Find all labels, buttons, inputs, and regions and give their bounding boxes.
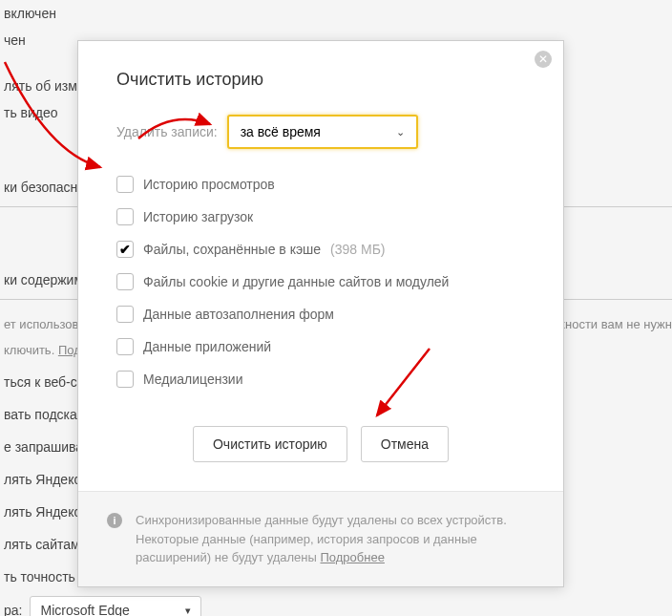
checkbox-option[interactable]: Историю просмотров <box>116 176 525 193</box>
confirm-button[interactable]: Очистить историю <box>193 426 347 462</box>
checkbox[interactable] <box>116 176 134 193</box>
learn-more-link[interactable]: Подробнее <box>321 550 385 564</box>
bg-text: включен <box>0 0 672 27</box>
checkbox-option[interactable]: Файлы cookie и другие данные сайтов и мо… <box>116 273 525 290</box>
checkbox[interactable] <box>116 371 134 388</box>
dialog-title: Очистить историю <box>116 70 525 90</box>
close-icon: ✕ <box>538 53 548 65</box>
checkbox-label: Файлы, сохранённые в кэше <box>143 242 321 257</box>
checkbox-label: Историю загрузок <box>143 209 253 224</box>
browser-select[interactable]: Microsoft Edge ▾ <box>30 596 201 616</box>
cancel-button[interactable]: Отмена <box>361 426 449 462</box>
checkbox-label: Данные автозаполнения форм <box>143 307 334 322</box>
checkbox-option[interactable]: Данные приложений <box>116 338 525 355</box>
checkbox-option[interactable]: Историю загрузок <box>116 208 525 225</box>
time-range-select[interactable]: за всё время ⌄ <box>227 115 418 149</box>
checkbox[interactable] <box>116 273 134 290</box>
info-icon: i <box>107 513 122 528</box>
checkbox-option[interactable]: Файлы, сохранённые в кэше (398 МБ) <box>116 241 525 258</box>
clear-history-dialog: ✕ Очистить историю Удалить записи: за вс… <box>77 40 564 587</box>
checkbox[interactable] <box>116 338 134 355</box>
footer-note: Синхронизированные данные будут удалены … <box>136 511 535 567</box>
close-button[interactable]: ✕ <box>535 51 552 68</box>
chevron-down-icon: ▾ <box>185 605 191 617</box>
cache-size: (398 МБ) <box>330 242 385 257</box>
checkbox-label: Данные приложений <box>143 339 271 354</box>
checkbox-option[interactable]: Данные автозаполнения форм <box>116 306 525 323</box>
checkbox-label: Файлы cookie и другие данные сайтов и мо… <box>143 274 449 289</box>
checkbox[interactable] <box>116 208 134 225</box>
time-range-value: за всё время <box>241 124 321 139</box>
checkbox-option[interactable]: Медиалицензии <box>116 371 525 388</box>
checkbox-label: Медиалицензии <box>143 372 243 387</box>
checkbox[interactable] <box>116 241 134 258</box>
checkbox-label: Историю просмотров <box>143 177 275 192</box>
checkbox[interactable] <box>116 306 134 323</box>
time-range-label: Удалить записи: <box>116 124 218 139</box>
chevron-down-icon: ⌄ <box>396 126 405 138</box>
browser-label: ра: <box>4 603 22 616</box>
